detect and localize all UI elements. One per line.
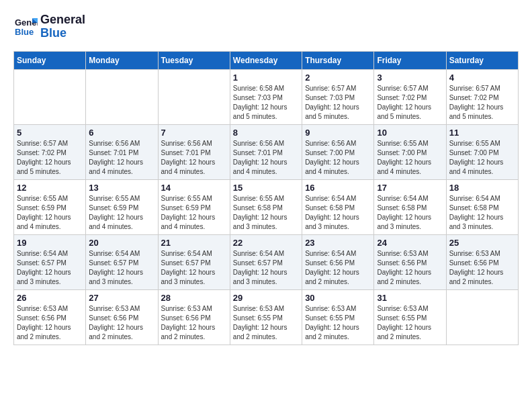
day-number: 9 bbox=[305, 128, 371, 138]
day-number: 7 bbox=[161, 128, 227, 138]
page-header: General Blue General Blue bbox=[13, 13, 519, 40]
calendar-cell: 31Sunrise: 6:53 AMSunset: 6:55 PMDayligh… bbox=[374, 289, 446, 345]
calendar-cell: 12Sunrise: 6:55 AMSunset: 6:59 PMDayligh… bbox=[14, 179, 86, 234]
day-info: Sunrise: 6:56 AMSunset: 7:00 PMDaylight:… bbox=[305, 139, 371, 177]
calendar-week-row: 12Sunrise: 6:55 AMSunset: 6:59 PMDayligh… bbox=[14, 179, 519, 234]
weekday-header: Monday bbox=[86, 51, 158, 69]
calendar-cell: 29Sunrise: 6:53 AMSunset: 6:55 PMDayligh… bbox=[230, 289, 302, 345]
day-number: 30 bbox=[305, 293, 371, 303]
calendar-cell bbox=[446, 289, 518, 345]
day-number: 31 bbox=[377, 293, 443, 303]
calendar-cell: 28Sunrise: 6:53 AMSunset: 6:56 PMDayligh… bbox=[158, 289, 230, 345]
calendar-cell: 3Sunrise: 6:57 AMSunset: 7:02 PMDaylight… bbox=[374, 69, 446, 124]
calendar-cell: 7Sunrise: 6:56 AMSunset: 7:01 PMDaylight… bbox=[158, 124, 230, 179]
calendar-cell: 6Sunrise: 6:56 AMSunset: 7:01 PMDaylight… bbox=[86, 124, 158, 179]
calendar-cell: 18Sunrise: 6:54 AMSunset: 6:58 PMDayligh… bbox=[446, 179, 518, 234]
calendar-cell: 14Sunrise: 6:55 AMSunset: 6:59 PMDayligh… bbox=[158, 179, 230, 234]
logo-icon: General Blue bbox=[13, 15, 38, 39]
calendar-cell: 26Sunrise: 6:53 AMSunset: 6:56 PMDayligh… bbox=[14, 289, 86, 345]
day-info: Sunrise: 6:55 AMSunset: 7:00 PMDaylight:… bbox=[377, 139, 443, 177]
day-info: Sunrise: 6:54 AMSunset: 6:58 PMDaylight:… bbox=[305, 194, 371, 232]
day-info: Sunrise: 6:53 AMSunset: 6:56 PMDaylight:… bbox=[449, 249, 515, 287]
day-info: Sunrise: 6:56 AMSunset: 7:01 PMDaylight:… bbox=[89, 139, 154, 177]
day-info: Sunrise: 6:53 AMSunset: 6:56 PMDaylight:… bbox=[377, 249, 443, 287]
day-number: 2 bbox=[305, 73, 371, 83]
calendar-week-row: 26Sunrise: 6:53 AMSunset: 6:56 PMDayligh… bbox=[14, 289, 519, 345]
day-number: 21 bbox=[161, 238, 227, 248]
calendar-cell bbox=[86, 69, 158, 124]
weekday-header: Tuesday bbox=[158, 51, 230, 69]
calendar-cell: 24Sunrise: 6:53 AMSunset: 6:56 PMDayligh… bbox=[374, 234, 446, 289]
day-number: 4 bbox=[449, 73, 515, 83]
calendar-cell: 16Sunrise: 6:54 AMSunset: 6:58 PMDayligh… bbox=[302, 179, 374, 234]
day-info: Sunrise: 6:54 AMSunset: 6:56 PMDaylight:… bbox=[305, 249, 371, 287]
day-number: 19 bbox=[17, 238, 83, 248]
day-number: 23 bbox=[305, 238, 371, 248]
day-number: 11 bbox=[449, 128, 515, 138]
day-number: 1 bbox=[233, 73, 299, 83]
calendar-cell: 30Sunrise: 6:53 AMSunset: 6:55 PMDayligh… bbox=[302, 289, 374, 345]
day-number: 5 bbox=[17, 128, 83, 138]
day-info: Sunrise: 6:53 AMSunset: 6:55 PMDaylight:… bbox=[305, 304, 371, 342]
day-number: 6 bbox=[89, 128, 154, 138]
day-number: 29 bbox=[233, 293, 299, 303]
day-info: Sunrise: 6:54 AMSunset: 6:58 PMDaylight:… bbox=[377, 194, 443, 232]
day-number: 24 bbox=[377, 238, 443, 248]
day-info: Sunrise: 6:55 AMSunset: 6:59 PMDaylight:… bbox=[161, 194, 227, 232]
day-number: 27 bbox=[89, 293, 154, 303]
day-number: 18 bbox=[449, 183, 515, 193]
day-number: 20 bbox=[89, 238, 154, 248]
calendar-cell: 4Sunrise: 6:57 AMSunset: 7:02 PMDaylight… bbox=[446, 69, 518, 124]
calendar-cell bbox=[14, 69, 86, 124]
calendar-cell: 8Sunrise: 6:56 AMSunset: 7:01 PMDaylight… bbox=[230, 124, 302, 179]
day-info: Sunrise: 6:55 AMSunset: 7:00 PMDaylight:… bbox=[449, 139, 515, 177]
calendar-header-row: SundayMondayTuesdayWednesdayThursdayFrid… bbox=[14, 51, 519, 69]
calendar-week-row: 1Sunrise: 6:58 AMSunset: 7:03 PMDaylight… bbox=[14, 69, 519, 124]
day-info: Sunrise: 6:53 AMSunset: 6:55 PMDaylight:… bbox=[233, 304, 299, 342]
logo-text-general: General bbox=[40, 13, 85, 27]
day-info: Sunrise: 6:54 AMSunset: 6:57 PMDaylight:… bbox=[233, 249, 299, 287]
day-number: 14 bbox=[161, 183, 227, 193]
day-number: 10 bbox=[377, 128, 443, 138]
calendar-cell: 17Sunrise: 6:54 AMSunset: 6:58 PMDayligh… bbox=[374, 179, 446, 234]
day-number: 16 bbox=[305, 183, 371, 193]
day-info: Sunrise: 6:54 AMSunset: 6:58 PMDaylight:… bbox=[449, 194, 515, 232]
calendar-week-row: 5Sunrise: 6:57 AMSunset: 7:02 PMDaylight… bbox=[14, 124, 519, 179]
logo: General Blue General Blue bbox=[13, 13, 85, 40]
day-info: Sunrise: 6:53 AMSunset: 6:56 PMDaylight:… bbox=[17, 304, 83, 342]
calendar-cell: 10Sunrise: 6:55 AMSunset: 7:00 PMDayligh… bbox=[374, 124, 446, 179]
day-number: 25 bbox=[449, 238, 515, 248]
day-info: Sunrise: 6:55 AMSunset: 6:59 PMDaylight:… bbox=[17, 194, 83, 232]
weekday-header: Wednesday bbox=[230, 51, 302, 69]
day-info: Sunrise: 6:53 AMSunset: 6:56 PMDaylight:… bbox=[89, 304, 154, 342]
calendar-cell: 11Sunrise: 6:55 AMSunset: 7:00 PMDayligh… bbox=[446, 124, 518, 179]
calendar-cell: 19Sunrise: 6:54 AMSunset: 6:57 PMDayligh… bbox=[14, 234, 86, 289]
day-number: 13 bbox=[89, 183, 154, 193]
weekday-header: Saturday bbox=[446, 51, 518, 69]
logo-text-blue: Blue bbox=[40, 27, 85, 40]
calendar-cell: 1Sunrise: 6:58 AMSunset: 7:03 PMDaylight… bbox=[230, 69, 302, 124]
day-info: Sunrise: 6:55 AMSunset: 6:58 PMDaylight:… bbox=[233, 194, 299, 232]
weekday-header: Sunday bbox=[14, 51, 86, 69]
day-number: 15 bbox=[233, 183, 299, 193]
calendar-cell: 5Sunrise: 6:57 AMSunset: 7:02 PMDaylight… bbox=[14, 124, 86, 179]
day-number: 3 bbox=[377, 73, 443, 83]
day-number: 22 bbox=[233, 238, 299, 248]
day-info: Sunrise: 6:58 AMSunset: 7:03 PMDaylight:… bbox=[233, 84, 299, 122]
calendar-week-row: 19Sunrise: 6:54 AMSunset: 6:57 PMDayligh… bbox=[14, 234, 519, 289]
day-info: Sunrise: 6:56 AMSunset: 7:01 PMDaylight:… bbox=[233, 139, 299, 177]
day-info: Sunrise: 6:57 AMSunset: 7:03 PMDaylight:… bbox=[305, 84, 371, 122]
day-info: Sunrise: 6:54 AMSunset: 6:57 PMDaylight:… bbox=[161, 249, 227, 287]
day-info: Sunrise: 6:54 AMSunset: 6:57 PMDaylight:… bbox=[89, 249, 154, 287]
weekday-header: Friday bbox=[374, 51, 446, 69]
svg-text:Blue: Blue bbox=[15, 27, 34, 37]
day-info: Sunrise: 6:57 AMSunset: 7:02 PMDaylight:… bbox=[377, 84, 443, 122]
day-info: Sunrise: 6:55 AMSunset: 6:59 PMDaylight:… bbox=[89, 194, 154, 232]
day-info: Sunrise: 6:54 AMSunset: 6:57 PMDaylight:… bbox=[17, 249, 83, 287]
calendar-cell: 27Sunrise: 6:53 AMSunset: 6:56 PMDayligh… bbox=[86, 289, 158, 345]
calendar-cell: 13Sunrise: 6:55 AMSunset: 6:59 PMDayligh… bbox=[86, 179, 158, 234]
calendar-cell: 23Sunrise: 6:54 AMSunset: 6:56 PMDayligh… bbox=[302, 234, 374, 289]
calendar-cell: 9Sunrise: 6:56 AMSunset: 7:00 PMDaylight… bbox=[302, 124, 374, 179]
day-info: Sunrise: 6:53 AMSunset: 6:56 PMDaylight:… bbox=[161, 304, 227, 342]
day-number: 8 bbox=[233, 128, 299, 138]
